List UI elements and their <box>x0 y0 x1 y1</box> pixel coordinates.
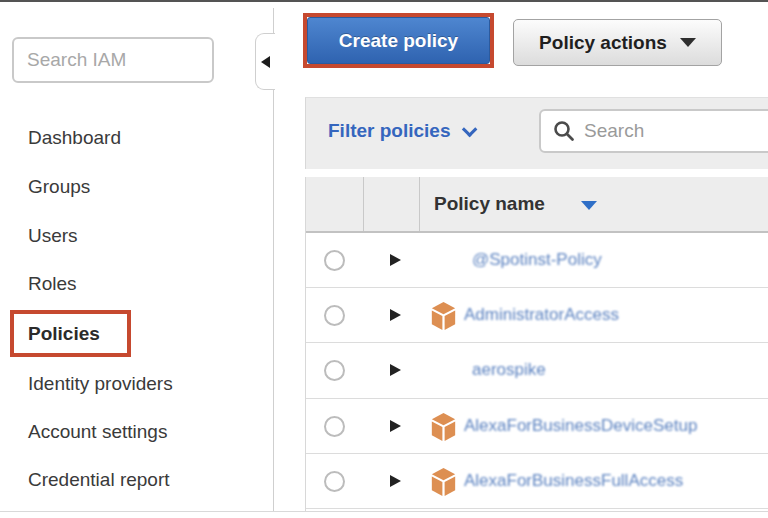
aws-managed-policy-icon <box>430 301 457 331</box>
sidebar: Dashboard Groups Users Roles Policies Id… <box>0 2 273 511</box>
policy-name-link[interactable]: AdministratorAccess <box>464 305 619 325</box>
column-divider <box>419 177 420 231</box>
search-iam-input[interactable] <box>12 37 214 83</box>
sort-desc-icon <box>581 201 597 210</box>
row-radio-button[interactable] <box>324 416 345 437</box>
annotation-box-create-policy: Create policy <box>303 13 494 68</box>
sidebar-item-roles[interactable]: Roles <box>28 273 77 295</box>
row-radio-button[interactable] <box>324 305 345 326</box>
policy-search-box[interactable] <box>539 109 768 153</box>
chevron-down-icon <box>680 38 696 47</box>
policy-search-input[interactable] <box>584 120 768 142</box>
policy-name-link[interactable]: AlexaForBusinessDeviceSetup <box>464 416 697 436</box>
aws-managed-policy-icon <box>430 467 457 497</box>
policy-table: Policy name @Spotinst-Policy Administrat… <box>305 177 768 511</box>
sidebar-item-dashboard[interactable]: Dashboard <box>28 127 121 149</box>
policy-name-link[interactable]: AlexaForBusinessFullAccess <box>464 471 683 491</box>
table-row: AlexaForBusinessDeviceSetup <box>306 399 768 454</box>
sidebar-item-groups[interactable]: Groups <box>28 176 90 198</box>
policy-actions-button[interactable]: Policy actions <box>513 19 722 66</box>
sidebar-item-account-settings[interactable]: Account settings <box>28 421 167 443</box>
sidebar-item-users[interactable]: Users <box>28 225 78 247</box>
bottom-border <box>0 511 768 512</box>
table-row: AdministratorAccess <box>306 288 768 343</box>
column-divider <box>363 177 364 231</box>
collapse-left-icon <box>261 56 270 68</box>
row-radio-button[interactable] <box>324 250 345 271</box>
row-radio-button[interactable] <box>324 360 345 381</box>
search-icon <box>553 120 575 142</box>
row-expand-icon[interactable] <box>390 420 401 432</box>
chevron-down-icon <box>462 121 478 137</box>
table-row: AlexaForBusinessFullAccess <box>306 454 768 509</box>
table-header-row: Policy name <box>306 177 768 233</box>
filter-policies-label: Filter policies <box>328 120 450 142</box>
filter-policies-dropdown[interactable]: Filter policies <box>328 120 473 142</box>
row-expand-icon[interactable] <box>390 309 401 321</box>
policy-actions-label: Policy actions <box>539 32 667 54</box>
policy-name-link[interactable]: @Spotinst-Policy <box>472 250 602 270</box>
policy-name-column-header[interactable]: Policy name <box>434 193 545 215</box>
table-row: @Spotinst-Policy <box>306 233 768 288</box>
sidebar-collapse-tab[interactable] <box>255 33 275 90</box>
filter-bar: Filter policies <box>305 97 768 169</box>
create-policy-button[interactable]: Create policy <box>307 17 490 64</box>
sidebar-item-credential-report[interactable]: Credential report <box>28 469 170 491</box>
row-expand-icon[interactable] <box>390 475 401 487</box>
iam-console-screen: Dashboard Groups Users Roles Policies Id… <box>0 0 768 518</box>
table-row: aerospike <box>306 343 768 398</box>
policy-name-link[interactable]: aerospike <box>472 360 546 380</box>
row-expand-icon[interactable] <box>390 364 401 376</box>
sidebar-item-identity-providers[interactable]: Identity providers <box>28 373 173 395</box>
aws-managed-policy-icon <box>430 412 457 442</box>
sidebar-item-policies[interactable]: Policies <box>28 323 100 345</box>
row-radio-button[interactable] <box>324 471 345 492</box>
row-expand-icon[interactable] <box>390 254 401 266</box>
